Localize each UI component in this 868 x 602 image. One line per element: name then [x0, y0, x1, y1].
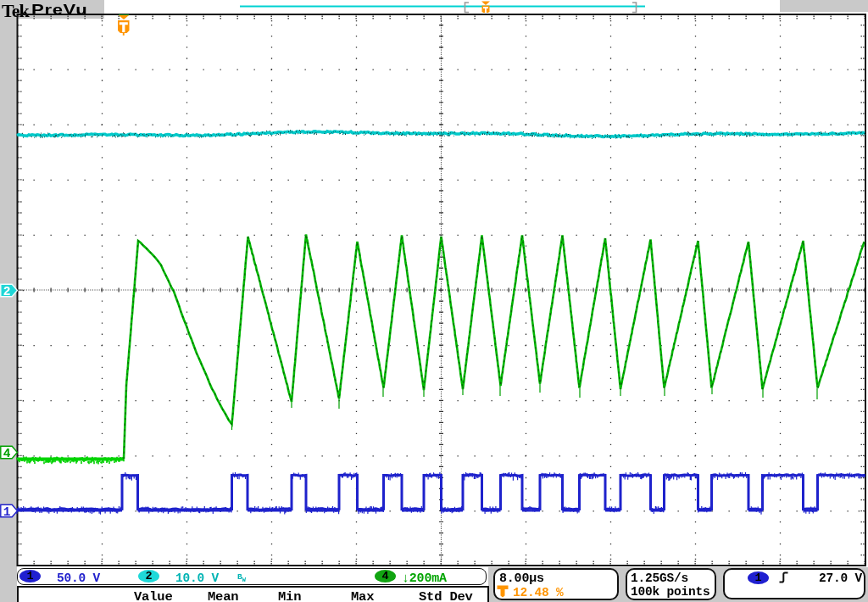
svg-text:2: 2: [3, 285, 11, 298]
svg-text:4: 4: [3, 447, 11, 460]
svg-text:1: 1: [3, 505, 11, 519]
